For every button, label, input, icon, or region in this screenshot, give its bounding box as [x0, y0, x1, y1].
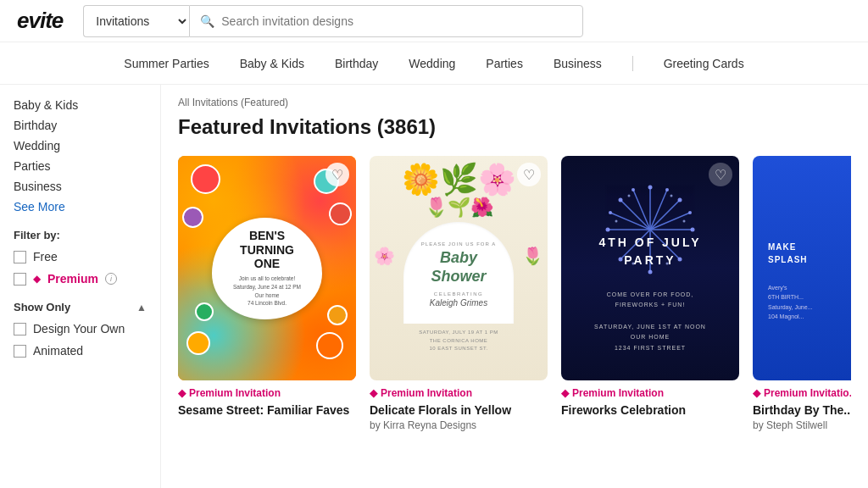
card-sesame[interactable]: BEN'STURNINGONE Join us all to celebrate… — [178, 156, 356, 435]
fireworks-heart-button[interactable]: ♡ — [709, 163, 732, 186]
diamond-icon-fireworks: ◆ — [561, 387, 569, 399]
card-title-floral[interactable]: Delicate Florals in Yellow — [370, 402, 548, 418]
svg-point-22 — [688, 211, 692, 214]
main-layout: Baby & Kids Birthday Wedding Parties Bus… — [0, 85, 868, 488]
nav-item-baby-kids[interactable]: Baby & Kids — [240, 57, 304, 70]
nav-item-parties[interactable]: Parties — [486, 57, 523, 70]
card-birthday-blue[interactable]: STAYCOOL 🍉 🥤 😎 🍦 🦩 MAKESPLASH Avery's6TH… — [753, 156, 851, 435]
sidebar-category-parties[interactable]: Parties — [14, 159, 147, 173]
sesame-main-text: BEN'STURNINGONE — [240, 229, 294, 271]
main-nav: Summer Parties Baby & Kids Birthday Wedd… — [0, 42, 868, 85]
animated-checkbox[interactable] — [14, 345, 26, 358]
premium-badge-birthday-blue: ◆ Premium Invitatio... — [753, 387, 851, 399]
filter-free[interactable]: Free — [14, 250, 147, 263]
fireworks-sub: COME OVER FOR FOOD,FIREWORKS + FUN!SATUR… — [594, 290, 706, 354]
diamond-icon-birthday-blue: ◆ — [753, 387, 760, 399]
premium-info-icon[interactable]: i — [105, 273, 117, 285]
nav-item-wedding[interactable]: Wedding — [409, 57, 455, 70]
show-only-chevron-up-icon[interactable]: ▲ — [136, 302, 147, 313]
nav-item-summer-parties[interactable]: Summer Parties — [124, 57, 209, 70]
card-title-sesame[interactable]: Sesame Street: Familiar Faves — [178, 402, 356, 418]
show-only-label: Show Only — [14, 301, 70, 313]
floral-arch: PLEASE JOIN US FOR A BabyShower CELEBRAT… — [403, 222, 514, 324]
floral-left-flower: 🌸 — [374, 246, 395, 266]
svg-line-5 — [620, 200, 650, 230]
floral-celebrating-text: CELEBRATING — [434, 291, 483, 297]
search-container: Invitations 🔍 — [83, 5, 583, 37]
diamond-icon-sesame: ◆ — [178, 387, 186, 399]
free-checkbox[interactable] — [14, 251, 26, 263]
card-info-fireworks: ◆ Premium Invitation Fireworks Celebrati… — [561, 380, 739, 423]
floral-joining-text: PLEASE JOIN US FOR A — [421, 241, 496, 247]
sidebar-category-business[interactable]: Business — [14, 180, 147, 193]
nav-item-greeting-cards[interactable]: Greeting Cards — [664, 57, 744, 70]
card-info-sesame: ◆ Premium Invitation Sesame Street: Fami… — [178, 380, 356, 423]
premium-badge-sesame: ◆ Premium Invitation — [178, 387, 356, 399]
card-title-fireworks[interactable]: Fireworks Celebration — [561, 402, 739, 418]
svg-point-26 — [683, 219, 686, 222]
premium-diamond-icon: ◆ — [33, 273, 41, 285]
nav-divider — [632, 56, 633, 71]
sidebar-category-baby-kids[interactable]: Baby & Kids — [14, 98, 147, 112]
premium-badge-fireworks: ◆ Premium Invitation — [561, 387, 739, 399]
card-title-birthday-blue[interactable]: Birthday By The... — [753, 402, 851, 418]
svg-point-17 — [678, 197, 682, 202]
card-info-floral: ◆ Premium Invitation Delicate Florals in… — [370, 380, 548, 435]
show-only-header: Show Only ▲ — [14, 301, 147, 313]
search-input-wrapper: 🔍 — [189, 5, 583, 37]
svg-point-27 — [615, 219, 618, 222]
show-only-animated[interactable]: Animated — [14, 344, 147, 358]
animated-label: Animated — [33, 344, 83, 358]
design-your-own-checkbox[interactable] — [14, 323, 26, 336]
floral-name-text: Kaleigh Grimes — [430, 298, 487, 308]
floral-side-flowers: 🌷🌱🌺 — [425, 197, 493, 219]
nav-item-business[interactable]: Business — [554, 57, 602, 70]
floral-right-flower: 🌷 — [522, 246, 543, 266]
svg-point-23 — [609, 211, 612, 214]
card-image-floral: 🌼🌿🌸 🌷🌱🌺 PLEASE JOIN US FOR A BabyShower … — [370, 156, 548, 380]
premium-label-floral: Premium Invitation — [381, 387, 472, 399]
card-floral[interactable]: 🌼🌿🌸 🌷🌱🌺 PLEASE JOIN US FOR A BabyShower … — [370, 156, 548, 435]
svg-point-21 — [665, 188, 669, 191]
logo: evite — [17, 8, 63, 34]
page-title: Featured Invitations (3861) — [178, 115, 851, 139]
sesame-sub-text: Join us all to celebrate!Saturday, June … — [233, 274, 301, 308]
premium-checkbox[interactable] — [14, 273, 26, 286]
search-icon: 🔍 — [200, 14, 214, 28]
floral-top-flowers: 🌼🌿🌸 — [402, 164, 516, 195]
svg-point-14 — [606, 227, 610, 231]
premium-label-fireworks: Premium Invitation — [572, 387, 664, 399]
sidebar-see-more[interactable]: See More — [14, 200, 147, 214]
sidebar: Baby & Kids Birthday Wedding Parties Bus… — [0, 85, 161, 488]
sidebar-category-birthday[interactable]: Birthday — [14, 119, 147, 132]
nav-item-birthday[interactable]: Birthday — [335, 57, 378, 70]
premium-badge-floral: ◆ Premium Invitation — [370, 387, 548, 399]
card-info-birthday-blue: ◆ Premium Invitatio... Birthday By The..… — [753, 380, 851, 435]
premium-label: Premium — [47, 272, 98, 286]
content-area: All Invitations (Featured) Featured Invi… — [161, 85, 868, 488]
filter-premium[interactable]: ◆ Premium i — [14, 272, 147, 286]
show-only-section: Show Only ▲ Design Your Own Animated — [14, 301, 147, 358]
premium-label-sesame: Premium Invitation — [189, 387, 281, 399]
svg-line-4 — [650, 200, 680, 230]
fireworks-text: 4TH OF JULYPARTY COME OVER FOR FOOD,FIRE… — [594, 234, 706, 354]
header: evite Invitations 🔍 — [0, 0, 868, 42]
floral-main-text: BabyShower — [431, 249, 486, 286]
breadcrumb: All Invitations (Featured) — [178, 97, 851, 108]
sidebar-category-wedding[interactable]: Wedding — [14, 139, 147, 152]
sesame-heart-button[interactable]: ♡ — [326, 163, 349, 186]
category-select[interactable]: Invitations — [83, 5, 189, 37]
card-image-sesame: BEN'STURNINGONE Join us all to celebrate… — [178, 156, 356, 380]
design-your-own-label: Design Your Own — [33, 322, 125, 336]
birthday-blue-text: MAKESPLASH Avery's6TH BIRTH...Saturday, … — [761, 241, 812, 321]
floral-heart-button[interactable]: ♡ — [517, 163, 541, 186]
filter-by-label: Filter by: — [14, 229, 147, 241]
show-only-design-your-own[interactable]: Design Your Own — [14, 322, 147, 336]
svg-point-25 — [670, 194, 673, 197]
svg-point-16 — [619, 197, 623, 202]
svg-point-12 — [648, 185, 653, 189]
card-fireworks[interactable]: 4TH OF JULYPARTY COME OVER FOR FOOD,FIRE… — [561, 156, 739, 435]
filter-section: Filter by: Free ◆ Premium i — [14, 229, 147, 286]
search-input[interactable] — [221, 14, 572, 28]
svg-point-20 — [632, 188, 635, 191]
